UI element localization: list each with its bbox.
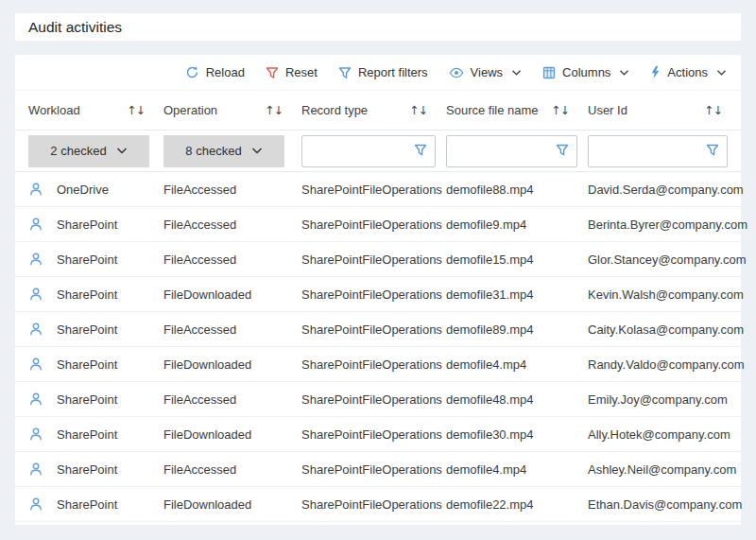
workload-filter-dropdown[interactable]: 2 checked — [28, 135, 149, 167]
table-row[interactable]: SharePoint FileDownloaded SharePointFile… — [15, 277, 741, 312]
cell-record-type: SharePointFileOperations — [301, 462, 446, 477]
cell-operation: FileDownloaded — [163, 287, 301, 302]
cell-source-file-name: demofile30.mp4 — [446, 427, 588, 442]
cell-operation: FileDownloaded — [163, 357, 301, 372]
cell-workload: SharePoint — [57, 427, 117, 442]
column-header-workload[interactable]: Workload ↑↓ — [28, 103, 163, 117]
cell-workload: SharePoint — [57, 357, 117, 372]
cell-record-type: SharePointFileOperations — [301, 253, 446, 267]
cell-workload: SharePoint — [57, 497, 117, 512]
cell-user-id: Berinta.Byrer@company.com — [588, 218, 747, 232]
cell-workload: SharePoint — [57, 462, 117, 477]
cell-operation: FileDownloaded — [163, 497, 301, 512]
person-icon — [28, 322, 43, 337]
table-row[interactable]: OneDrive FileAccessed SharePointFileOper… — [15, 172, 741, 207]
cell-user-id: Randy.Valdo@company.com — [588, 357, 745, 372]
table-row[interactable]: SharePoint FileDownloaded SharePointFile… — [15, 487, 741, 522]
table-row[interactable]: SharePoint FileDownloaded SharePointFile… — [15, 347, 741, 382]
user-id-filter-input[interactable] — [588, 135, 728, 167]
title-bar: Audit activities — [15, 13, 741, 41]
cell-source-file-name: demofile4.mp4 — [446, 357, 588, 372]
cell-record-type: SharePointFileOperations — [301, 392, 446, 407]
cell-operation: FileAccessed — [163, 392, 301, 407]
reload-button[interactable]: Reload — [185, 65, 245, 79]
person-icon — [28, 182, 43, 197]
cell-source-file-name: demofile9.mp4 — [446, 218, 588, 232]
cell-operation: FileDownloaded — [163, 427, 301, 442]
views-label: Views — [471, 65, 503, 79]
cell-source-file-name: demofile4.mp4 — [446, 462, 588, 477]
cell-workload: OneDrive — [57, 183, 109, 197]
views-menu-button[interactable]: Views — [449, 65, 522, 79]
cell-record-type: SharePointFileOperations — [301, 357, 446, 372]
table-row[interactable]: SharePoint FileAccessed SharePointFileOp… — [15, 452, 741, 487]
reset-button[interactable]: Reset — [266, 65, 318, 79]
workload-filter-value: 2 checked — [50, 144, 106, 158]
cell-record-type: SharePointFileOperations — [301, 218, 446, 232]
table-row[interactable]: SharePoint FileAccessed SharePointFileOp… — [15, 312, 741, 347]
chevron-down-icon — [116, 147, 128, 155]
cell-operation: FileAccessed — [163, 253, 301, 267]
person-icon — [28, 217, 43, 232]
person-icon — [28, 496, 43, 512]
operation-filter-dropdown[interactable]: 8 checked — [163, 135, 284, 167]
record-type-filter — [301, 135, 436, 167]
report-filters-button[interactable]: Report filters — [338, 65, 428, 79]
operation-filter-value: 8 checked — [185, 144, 241, 158]
cell-source-file-name: demofile88.mp4 — [446, 183, 588, 197]
cell-workload: SharePoint — [57, 322, 117, 337]
reset-funnel-icon — [266, 66, 279, 79]
cell-user-id: Glor.Stancey@company.com — [588, 253, 747, 267]
reload-label: Reload — [206, 65, 245, 79]
lightning-bolt-icon — [650, 65, 661, 79]
cell-source-file-name: demofile48.mp4 — [446, 392, 588, 407]
cell-user-id: Caity.Kolasa@company.com — [588, 322, 744, 337]
table-row[interactable]: SharePoint FileDownloaded SharePointFile… — [15, 417, 741, 452]
column-label: User Id — [588, 103, 627, 117]
audit-grid-panel: Reload Reset Report filters Views — [15, 55, 741, 525]
source-file-name-filter-input[interactable] — [446, 135, 577, 167]
table-row[interactable]: SharePoint FileAccessed SharePointFileOp… — [15, 242, 741, 277]
column-header-record-type[interactable]: Record type ↑↓ — [301, 103, 446, 117]
sort-icon[interactable]: ↑↓ — [265, 103, 283, 117]
person-icon — [28, 427, 43, 442]
table-filter-row: 2 checked 8 checked — [15, 131, 741, 172]
table-row[interactable]: SharePoint FileAccessed SharePointFileOp… — [15, 207, 741, 242]
chevron-down-icon — [619, 69, 629, 77]
cell-record-type: SharePointFileOperations — [301, 322, 446, 337]
sort-icon[interactable]: ↑↓ — [551, 103, 569, 117]
cell-record-type: SharePointFileOperations — [301, 497, 446, 512]
column-label: Source file name — [446, 103, 539, 117]
cell-user-id: Ally.Hotek@company.com — [588, 427, 730, 442]
sort-icon[interactable]: ↑↓ — [409, 103, 427, 117]
record-type-filter-input[interactable] — [301, 135, 436, 167]
actions-menu-button[interactable]: Actions — [650, 65, 727, 79]
grid-toolbar: Reload Reset Report filters Views — [15, 55, 741, 91]
cell-source-file-name: demofile89.mp4 — [446, 322, 588, 337]
columns-menu-button[interactable]: Columns — [542, 65, 629, 79]
column-label: Workload — [28, 103, 80, 117]
column-header-source-file-name[interactable]: Source file name ↑↓ — [446, 103, 588, 117]
table-row[interactable]: SharePoint FileAccessed SharePointFileOp… — [15, 382, 741, 417]
table-body: OneDrive FileAccessed SharePointFileOper… — [15, 172, 741, 522]
cell-workload: SharePoint — [57, 218, 117, 232]
table-columns-icon — [542, 66, 556, 79]
column-header-operation[interactable]: Operation ↑↓ — [163, 103, 301, 117]
person-icon — [28, 252, 43, 267]
column-header-user-id[interactable]: User Id ↑↓ — [588, 103, 728, 117]
chevron-down-icon — [511, 69, 522, 77]
cell-workload: SharePoint — [57, 287, 117, 302]
reload-icon — [185, 65, 199, 79]
person-icon — [28, 392, 43, 407]
column-label: Operation — [163, 103, 217, 117]
cell-user-id: Kevin.Walsh@company.com — [588, 287, 744, 302]
cell-operation: FileAccessed — [163, 322, 301, 337]
cell-record-type: SharePointFileOperations — [301, 427, 446, 442]
cell-record-type: SharePointFileOperations — [301, 287, 446, 302]
cell-operation: FileAccessed — [163, 218, 301, 232]
sort-icon[interactable]: ↑↓ — [127, 103, 145, 117]
cell-workload: SharePoint — [57, 253, 117, 267]
eye-icon — [449, 66, 464, 79]
sort-icon[interactable]: ↑↓ — [704, 103, 722, 117]
cell-source-file-name: demofile22.mp4 — [446, 497, 588, 512]
